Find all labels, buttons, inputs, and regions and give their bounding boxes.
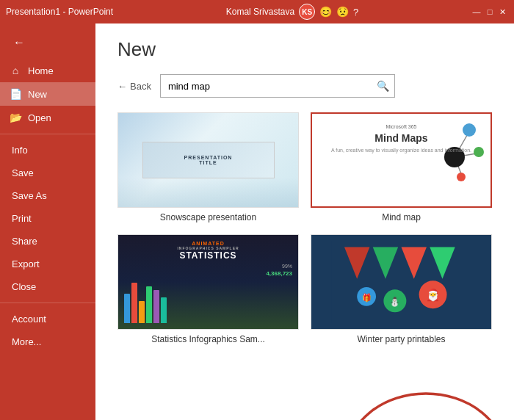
svg-point-5 xyxy=(457,173,466,181)
user-name: Komal Srivastava xyxy=(226,7,294,17)
template-snowscape[interactable]: PRESENTATIONTITLE Snowscape presentation xyxy=(117,112,299,222)
template-name-statistics: Statistics Infographics Sam... xyxy=(117,334,299,344)
template-thumb-snowscape: PRESENTATIONTITLE xyxy=(117,112,299,208)
sidebar-item-close[interactable]: Close xyxy=(0,275,95,298)
new-icon: 📄 xyxy=(9,88,22,100)
sidebar-item-saveas[interactable]: Save As xyxy=(0,184,95,207)
main-content: New ← Back 🔍 PRESENTATIONTITLE xyxy=(95,23,514,420)
emoji-sad[interactable]: 😟 xyxy=(336,6,349,18)
open-icon: 📂 xyxy=(9,112,22,123)
template-statistics[interactable]: ANIMATED INFOGRAPHICS SAMPLER STATISTICS xyxy=(117,234,299,344)
search-input[interactable] xyxy=(161,77,372,95)
maximize-button[interactable]: □ xyxy=(485,7,495,17)
stats-title-text: STATISTICS xyxy=(124,250,292,261)
sidebar-item-new[interactable]: 📄 New xyxy=(0,82,95,106)
sidebar-divider-2 xyxy=(0,303,95,303)
sidebar: ← ⌂ Home 📄 New 📂 Open Info Save Save As … xyxy=(0,23,95,420)
mindmap-brand-text: Microsoft 365 xyxy=(322,124,480,129)
svg-text:🎁: 🎁 xyxy=(362,293,372,303)
app-body: ← ⌂ Home 📄 New 📂 Open Info Save Save As … xyxy=(0,23,514,420)
sidebar-item-open[interactable]: 📂 Open xyxy=(0,106,95,129)
templates-grid: PRESENTATIONTITLE Snowscape presentation… xyxy=(117,112,492,344)
stats-header-text: ANIMATED xyxy=(124,241,292,246)
title-text: Presentation1 - PowerPoint xyxy=(6,7,113,17)
sidebar-label-open: Open xyxy=(28,112,51,123)
sidebar-divider-1 xyxy=(0,134,95,134)
close-button[interactable]: ✕ xyxy=(498,7,508,17)
titlebar-user-area: Presentation1 - PowerPoint xyxy=(6,7,113,17)
template-name-winter: Winter party printables xyxy=(311,334,492,344)
template-name-snowscape: Snowscape presentation xyxy=(117,212,299,222)
sidebar-item-more[interactable]: More... xyxy=(0,330,95,353)
svg-text:🎅: 🎅 xyxy=(426,288,441,302)
template-thumb-winter: 🎅 ⛄ 🎁 xyxy=(311,234,492,330)
minimize-button[interactable]: — xyxy=(471,7,482,17)
stats-content: 99% 4,368,723 xyxy=(124,264,292,323)
search-box: 🔍 xyxy=(160,74,395,98)
mindmap-title-text: Mind Maps xyxy=(322,132,480,144)
svg-point-18 xyxy=(347,394,505,420)
user-avatar[interactable]: KS xyxy=(299,4,315,20)
sidebar-item-export[interactable]: Export xyxy=(0,253,95,275)
mindmap-desc-text: A fun, creative way to visually organize… xyxy=(322,147,480,154)
back-label: Back xyxy=(130,81,151,92)
back-button[interactable]: ← Back xyxy=(117,81,151,92)
sidebar-item-print[interactable]: Print xyxy=(0,207,95,230)
search-button[interactable]: 🔍 xyxy=(372,75,394,97)
home-icon: ⌂ xyxy=(9,65,22,76)
winter-svg: 🎅 ⛄ 🎁 xyxy=(317,241,485,323)
template-thumb-mindmap: Microsoft 365 Mind Maps A fun, creative … xyxy=(311,112,492,208)
page-title: New xyxy=(117,38,492,61)
emoji-happy[interactable]: 😊 xyxy=(319,6,332,18)
sidebar-label-new: New xyxy=(28,89,47,100)
template-name-mindmap: Mind map xyxy=(311,212,492,222)
sidebar-item-account[interactable]: Account xyxy=(0,308,95,330)
sidebar-item-home[interactable]: ⌂ Home xyxy=(0,59,95,82)
titlebar: Presentation1 - PowerPoint Komal Srivast… xyxy=(0,0,514,23)
sidebar-back-button[interactable]: ← xyxy=(6,29,32,56)
sidebar-item-share[interactable]: Share xyxy=(0,230,95,253)
sidebar-item-save[interactable]: Save xyxy=(0,162,95,184)
back-arrow-icon: ← xyxy=(117,81,127,92)
help-button[interactable]: ? xyxy=(353,7,358,18)
sidebar-label-home: Home xyxy=(28,65,54,76)
template-winter[interactable]: 🎅 ⛄ 🎁 Winter party printables xyxy=(311,234,492,344)
template-mindmap[interactable]: Microsoft 365 Mind Maps A fun, creative … xyxy=(311,112,492,222)
titlebar-user-info: Komal Srivastava KS 😊 😟 ? xyxy=(226,4,359,20)
window-controls: — □ ✕ xyxy=(471,7,508,17)
template-thumb-statistics: ANIMATED INFOGRAPHICS SAMPLER STATISTICS xyxy=(117,234,299,330)
search-row: ← Back 🔍 xyxy=(117,74,492,98)
sidebar-item-info[interactable]: Info xyxy=(0,139,95,162)
svg-text:⛄: ⛄ xyxy=(389,296,401,307)
annotation-svg xyxy=(345,396,507,420)
